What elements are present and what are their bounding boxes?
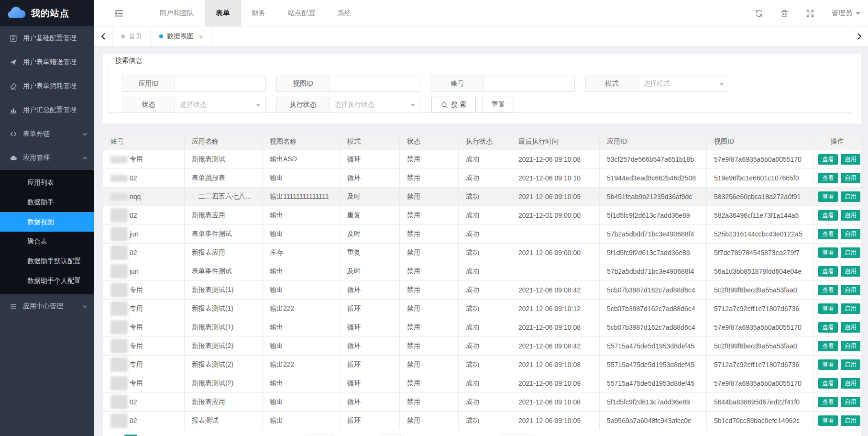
close-icon[interactable]: × bbox=[199, 33, 203, 41]
mode-select[interactable]: 选择模式 bbox=[638, 76, 729, 92]
cell-last-exec-time: 2021-12-06 09:10:09 bbox=[511, 188, 600, 206]
cell-view-name: 库存 bbox=[263, 244, 340, 262]
account-suffix: 专用 bbox=[130, 360, 143, 369]
cell-view-id: 5644ba838695d67ed22f41f0 bbox=[707, 393, 813, 412]
sidebar-item-2[interactable]: 用户表单消耗管理 bbox=[0, 74, 94, 98]
fullscreen-icon[interactable] bbox=[806, 9, 814, 18]
exec-status-select[interactable]: 选择执行状态 bbox=[329, 97, 420, 113]
enable-button[interactable]: 启用 bbox=[841, 154, 860, 165]
sidebar-item-label: 表单外链 bbox=[23, 130, 50, 138]
cell-view-id: 583256e60cbca18a272a0f91 bbox=[707, 188, 813, 206]
view-button[interactable]: 查看 bbox=[818, 341, 838, 352]
enable-button[interactable]: 启用 bbox=[841, 415, 860, 426]
view-button[interactable]: 查看 bbox=[818, 229, 838, 240]
cell-app-id: 57b2a5dbdd71bc3e490688f4 bbox=[600, 225, 707, 244]
cell-mode: 循环 bbox=[340, 412, 400, 430]
view-button[interactable]: 查看 bbox=[818, 322, 838, 333]
cell-account: jun bbox=[103, 262, 185, 281]
view-button[interactable]: 查看 bbox=[818, 210, 838, 221]
cell-last-exec-time bbox=[511, 262, 600, 281]
app-id-input[interactable] bbox=[175, 76, 266, 92]
top-menu-item-4[interactable]: 系统 bbox=[327, 0, 363, 26]
user-menu[interactable]: 管理员 bbox=[832, 9, 861, 18]
app-root: 我的站点 用户基础配置管理用户表单赠送管理用户表单消耗管理用户汇总配置管理表单外… bbox=[0, 0, 868, 436]
enable-button[interactable]: 启用 bbox=[841, 247, 860, 258]
view-button[interactable]: 查看 bbox=[818, 247, 838, 258]
cell-app-id: 5cb07b3987d162c7ad88d6c4 bbox=[600, 300, 707, 318]
search-button[interactable]: 搜 索 bbox=[431, 97, 476, 113]
submenu-item-2-active[interactable]: 数据视图 bbox=[0, 212, 94, 232]
cell-account: 02 bbox=[103, 244, 185, 262]
top-menu-item-0[interactable]: 用户和团队 bbox=[148, 0, 205, 26]
enable-button[interactable]: 启用 bbox=[841, 173, 860, 184]
account-suffix: 专用 bbox=[130, 286, 143, 294]
redacted-account-blur bbox=[110, 395, 128, 409]
enable-button[interactable]: 启用 bbox=[841, 191, 860, 202]
view-button[interactable]: 查看 bbox=[818, 378, 838, 389]
tab-data-view[interactable]: 数据视图 × bbox=[151, 27, 212, 46]
enable-button[interactable]: 启用 bbox=[841, 229, 860, 240]
sidebar-toggle-icon[interactable] bbox=[114, 10, 123, 17]
trash-icon[interactable] bbox=[780, 9, 789, 18]
submenu-item-0[interactable]: 应用列表 bbox=[0, 173, 94, 192]
view-button[interactable]: 查看 bbox=[818, 397, 838, 408]
redacted-account-blur bbox=[110, 264, 128, 279]
table-row-4: jun表单事件测试输出及时禁用成功57b2a5dbdd71bc3e490688f… bbox=[103, 225, 861, 244]
enable-button[interactable]: 启用 bbox=[841, 266, 860, 277]
top-menu-item-2[interactable]: 财务 bbox=[241, 0, 277, 26]
view-button[interactable]: 查看 bbox=[818, 303, 838, 314]
refresh-icon[interactable] bbox=[755, 9, 763, 18]
view-button[interactable]: 查看 bbox=[818, 154, 838, 165]
sidebar-item-3[interactable]: 用户汇总配置管理 bbox=[0, 98, 94, 122]
cell-app-id: 57b2a5dbdd71bc3e490688f4 bbox=[600, 262, 707, 281]
field-label: 账号 bbox=[431, 76, 483, 92]
tabs-scroll-right-icon[interactable] bbox=[850, 27, 868, 46]
cell-view-name: 输出11111111111111 bbox=[263, 188, 340, 206]
field-app-id: 应用ID bbox=[122, 76, 266, 92]
enable-button[interactable]: 启用 bbox=[841, 397, 860, 408]
cell-mode: 循环 bbox=[340, 393, 400, 412]
field-label: 视图ID bbox=[276, 76, 329, 92]
reset-button[interactable]: 重置 bbox=[483, 97, 514, 113]
enable-button[interactable]: 启用 bbox=[841, 359, 860, 370]
account-input[interactable] bbox=[483, 76, 575, 92]
status-select[interactable]: 选择状态 bbox=[175, 97, 266, 113]
cell-app-id: 55715a475de5d1953d8def45 bbox=[600, 356, 707, 374]
sidebar-item-5[interactable]: 应用管理 bbox=[0, 146, 94, 170]
enable-button[interactable]: 启用 bbox=[841, 378, 860, 389]
cell-view-name: 输出 bbox=[263, 374, 340, 393]
view-id-input[interactable] bbox=[329, 76, 420, 92]
top-menu-item-1-active[interactable]: 表单 bbox=[205, 0, 241, 26]
view-button[interactable]: 查看 bbox=[818, 266, 838, 277]
view-button[interactable]: 查看 bbox=[818, 285, 838, 296]
user-name: 管理员 bbox=[832, 9, 853, 18]
submenu-item-1[interactable]: 数据助手 bbox=[0, 192, 94, 212]
submenu-item-4[interactable]: 数据助手默认配置 bbox=[0, 251, 94, 271]
view-button[interactable]: 查看 bbox=[818, 191, 838, 202]
enable-button[interactable]: 启用 bbox=[841, 210, 860, 221]
tab-home[interactable]: 首页 bbox=[112, 27, 151, 46]
view-button[interactable]: 查看 bbox=[818, 415, 838, 426]
cell-view-id: 5f7de789784545873ea279f7 bbox=[707, 244, 813, 262]
enable-button[interactable]: 启用 bbox=[841, 341, 860, 352]
view-button[interactable]: 查看 bbox=[818, 359, 838, 370]
sidebar: 我的站点 用户基础配置管理用户表单赠送管理用户表单消耗管理用户汇总配置管理表单外… bbox=[0, 0, 94, 436]
enable-button[interactable]: 启用 bbox=[841, 303, 860, 314]
sidebar-item-0[interactable]: 用户基础配置管理 bbox=[0, 26, 94, 50]
enable-button[interactable]: 启用 bbox=[841, 322, 860, 333]
submenu-item-3[interactable]: 聚合表 bbox=[0, 232, 94, 251]
redacted-account-blur bbox=[110, 339, 128, 353]
submenu-item-5[interactable]: 数据助手个人配置 bbox=[0, 271, 94, 291]
view-button[interactable]: 查看 bbox=[818, 173, 838, 184]
redacted-account-blur bbox=[110, 208, 128, 223]
tabs-scroll-left-icon[interactable] bbox=[94, 27, 112, 46]
top-menu-item-3[interactable]: 站点配置 bbox=[277, 0, 327, 26]
field-label: 执行状态 bbox=[276, 97, 329, 113]
enable-button[interactable]: 启用 bbox=[841, 285, 860, 296]
redacted-account-blur bbox=[110, 376, 128, 391]
sidebar-item-1[interactable]: 用户表单赠送管理 bbox=[0, 50, 94, 74]
cell-view-name: 输出 bbox=[263, 393, 340, 412]
sidebar-item-6[interactable]: 应用中心管理 bbox=[0, 294, 94, 318]
sidebar-item-4[interactable]: 表单外链 bbox=[0, 122, 94, 146]
table-row-6: jun表单事件测试输出及时禁用成功57b2a5dbdd71bc3e490688f… bbox=[103, 262, 861, 281]
